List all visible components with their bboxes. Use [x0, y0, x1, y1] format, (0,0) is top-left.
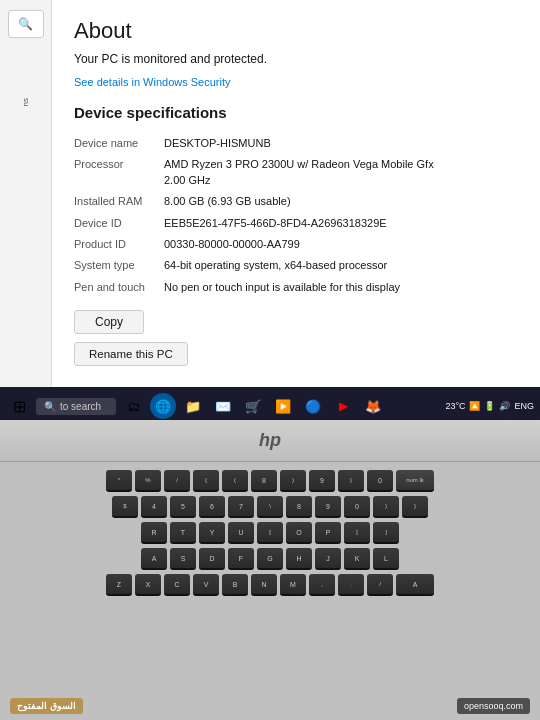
key-i[interactable]: I [257, 522, 283, 544]
key-period[interactable]: . [338, 574, 364, 596]
spec-value-3: EEB5E261-47F5-466D-8FD4-A2696318329E [164, 213, 518, 234]
key-x[interactable]: X [135, 574, 161, 596]
security-link[interactable]: See details in Windows Security [74, 76, 231, 88]
spec-label-0: Device name [74, 133, 164, 154]
hp-logo: hp [259, 430, 281, 451]
key-bracket-open[interactable]: [ [344, 522, 370, 544]
copy-button[interactable]: Copy [74, 310, 144, 334]
media-icon[interactable]: ▶️ [270, 393, 296, 419]
key-n[interactable]: N [251, 574, 277, 596]
taskbar-search[interactable]: 🔍 to search [36, 398, 116, 415]
spec-row-6: Pen and touchNo pen or touch input is av… [74, 277, 518, 298]
key-5[interactable]: 5 [170, 496, 196, 518]
key-f[interactable]: F [228, 548, 254, 570]
key-fwdslash[interactable]: / [367, 574, 393, 596]
spec-label-6: Pen and touch [74, 277, 164, 298]
key-a[interactable]: A [141, 548, 167, 570]
chrome-icon[interactable]: 🔵 [300, 393, 326, 419]
sidebar-label: ns [21, 98, 30, 106]
keyboard-row-3: R T Y U I O P [ ] [20, 522, 520, 544]
spec-value-0: DESKTOP-HISMUNB [164, 133, 518, 154]
spec-value-1: AMD Ryzen 3 PRO 2300U w/ Radeon Vega Mob… [164, 154, 518, 191]
spec-value-6: No pen or touch input is available for t… [164, 277, 518, 298]
firefox-icon[interactable]: 🦊 [360, 393, 386, 419]
key-slash[interactable]: / [164, 470, 190, 492]
temperature: 23°C [445, 401, 465, 411]
key-o[interactable]: O [286, 522, 312, 544]
key-4[interactable]: 4 [141, 496, 167, 518]
spec-row-2: Installed RAM8.00 GB (6.93 GB usable) [74, 191, 518, 212]
spec-label-4: Product ID [74, 234, 164, 255]
key-p[interactable]: P [315, 522, 341, 544]
file-explorer-icon[interactable]: 📁 [180, 393, 206, 419]
taskbar-right: 23°C 🔼 🔋 🔊 ENG [445, 401, 534, 411]
key-v[interactable]: V [193, 574, 219, 596]
specs-table: Device nameDESKTOP-HISMUNBProcessorAMD R… [74, 133, 518, 298]
key-g[interactable]: G [257, 548, 283, 570]
key-dollar[interactable]: $ [112, 496, 138, 518]
key-close-brace[interactable]: } [402, 496, 428, 518]
key-b[interactable]: B [222, 574, 248, 596]
key-l[interactable]: L [373, 548, 399, 570]
key-paren-close[interactable]: ) [280, 470, 306, 492]
keyboard-row-2: $ 4 5 6 7 \ 8 9 0 ) } [20, 496, 520, 518]
youtube-icon[interactable]: ▶ [330, 393, 356, 419]
key-paren-open[interactable]: ( [222, 470, 248, 492]
spec-value-2: 8.00 GB (6.93 GB usable) [164, 191, 518, 212]
key-m[interactable]: M [280, 574, 306, 596]
key-r[interactable]: R [141, 522, 167, 544]
screen-area: 🔍 ns About Your PC is monitored and prot… [0, 0, 540, 420]
taskview-icon[interactable]: 🗂 [120, 393, 146, 419]
key-y[interactable]: Y [199, 522, 225, 544]
spec-row-4: Product ID00330-80000-00000-AA799 [74, 234, 518, 255]
key-6[interactable]: 6 [199, 496, 225, 518]
key-0[interactable]: 0 [344, 496, 370, 518]
key-0-top[interactable]: 0 [367, 470, 393, 492]
key-8-top[interactable]: 8 [251, 470, 277, 492]
key-u[interactable]: U [228, 522, 254, 544]
store-icon[interactable]: 🛒 [240, 393, 266, 419]
key-k[interactable]: K [344, 548, 370, 570]
key-bracket-close[interactable]: ] [373, 522, 399, 544]
security-status: Your PC is monitored and protected. [74, 52, 518, 66]
battery-icon: 🔋 [484, 401, 495, 411]
key-close-paren[interactable]: ) [373, 496, 399, 518]
key-brace-close[interactable]: } [338, 470, 364, 492]
mail-icon[interactable]: ✉️ [210, 393, 236, 419]
spec-row-5: System type64-bit operating system, x64-… [74, 255, 518, 276]
key-numlock[interactable]: num lk [396, 470, 434, 492]
key-9-top[interactable]: 9 [309, 470, 335, 492]
hp-logo-bar: hp [0, 420, 540, 462]
spec-row-3: Device IDEEB5E261-47F5-466D-8FD4-A269631… [74, 213, 518, 234]
keyboard-row-1: * % / { ( 8 ) 9 } 0 num lk [20, 470, 520, 492]
rename-button[interactable]: Rename this PC [74, 342, 188, 366]
spec-value-5: 64-bit operating system, x64-based proce… [164, 255, 518, 276]
key-s[interactable]: S [170, 548, 196, 570]
key-star[interactable]: * [106, 470, 132, 492]
key-9[interactable]: 9 [315, 496, 341, 518]
key-c[interactable]: C [164, 574, 190, 596]
key-d[interactable]: D [199, 548, 225, 570]
key-comma[interactable]: , [309, 574, 335, 596]
spec-row-1: ProcessorAMD Ryzen 3 PRO 2300U w/ Radeon… [74, 154, 518, 191]
keyboard-row-5: Z X C V B N M , . / A [20, 574, 520, 596]
windows-icon[interactable]: ⊞ [6, 393, 32, 419]
key-t[interactable]: T [170, 522, 196, 544]
key-z[interactable]: Z [106, 574, 132, 596]
edge-icon[interactable]: 🌐 [150, 393, 176, 419]
key-8[interactable]: 8 [286, 496, 312, 518]
key-7[interactable]: 7 [228, 496, 254, 518]
key-j[interactable]: J [315, 548, 341, 570]
key-backslash[interactable]: \ [257, 496, 283, 518]
speaker-icon: 🔊 [499, 401, 510, 411]
network-icon: 🔼 [469, 401, 480, 411]
key-brace-open[interactable]: { [193, 470, 219, 492]
sidebar-search-icon[interactable]: 🔍 [8, 10, 44, 38]
key-h[interactable]: H [286, 548, 312, 570]
page-title: About [74, 18, 518, 44]
key-a-bottom[interactable]: A [396, 574, 434, 596]
spec-label-5: System type [74, 255, 164, 276]
main-content: About Your PC is monitored and protected… [52, 0, 540, 420]
key-percent[interactable]: % [135, 470, 161, 492]
taskbar-search-label: to search [60, 401, 101, 412]
